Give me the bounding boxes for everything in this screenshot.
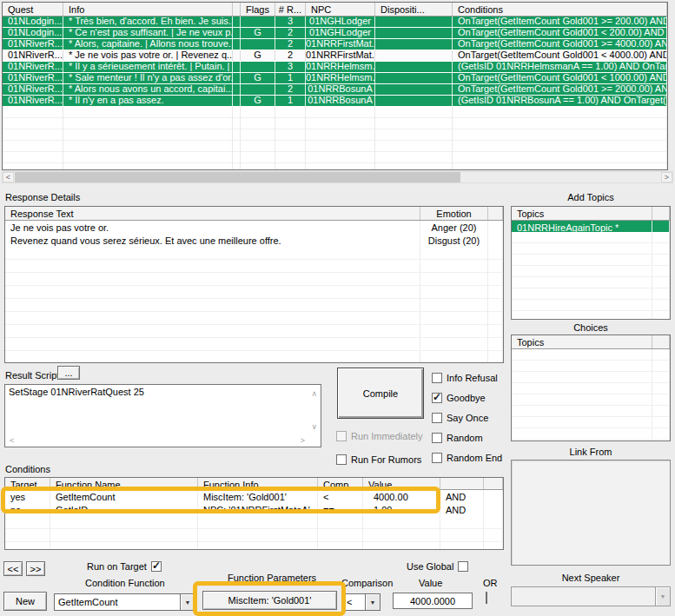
flag-checkbox-row[interactable]: Run Immediately	[336, 430, 423, 441]
info-table-row[interactable]: 01NLodgin... * Très bien, d'accord. Eh b…	[3, 17, 667, 28]
next-speaker-label: Next Speaker	[511, 573, 671, 583]
topic-row[interactable]: 01NRRHireAgainTopic *	[512, 221, 670, 232]
checkbox-icon	[432, 373, 442, 383]
col-header-function-info[interactable]: Function Info	[198, 478, 318, 489]
col-header-conditions[interactable]: Conditions	[453, 3, 667, 16]
cell-flags: G	[241, 28, 275, 38]
cell-comparison: ==	[318, 503, 363, 516]
col-header-andor[interactable]	[440, 478, 484, 489]
scroll-right-icon[interactable]: >	[661, 172, 672, 182]
cell-responses: 3	[275, 62, 306, 72]
flag-checkbox-row[interactable]: Random	[432, 432, 502, 443]
flag-label: Run For Rumors	[351, 454, 421, 465]
cell-quest: 01NLodgin...	[3, 28, 63, 38]
col-header-info[interactable]: Info	[63, 3, 233, 16]
response-table-empty-area	[5, 247, 503, 362]
condition-row[interactable]: no GetIsID NPC: '01NRRFirstMateA' == 1.0…	[5, 503, 503, 516]
scroll-down-icon[interactable]: ∨	[311, 423, 317, 431]
cell-topic: 01NRRHireAgainTopic *	[512, 221, 652, 232]
choices-list[interactable]: Topics	[511, 334, 671, 441]
condition-function-dropdown[interactable]: GetItemCount ▼	[54, 593, 195, 611]
next-speaker-dropdown[interactable]: ▼	[511, 586, 671, 606]
col-header-blank[interactable]	[233, 3, 241, 16]
run-on-target-checkbox[interactable]: Run on Target	[87, 560, 162, 573]
col-header-responses[interactable]: # R...	[275, 3, 306, 16]
flag-checkbox-row[interactable]: Info Refusal	[432, 372, 502, 383]
info-table-row[interactable]: 01NRiverR... * Alors nous avons un accor…	[3, 84, 667, 96]
checkbox-icon	[432, 453, 442, 463]
scroll-left-icon[interactable]: <	[10, 437, 14, 445]
info-table-row[interactable]: 01NRiverR... * Alors, capitaine. | Allon…	[3, 39, 667, 50]
info-table-row[interactable]: 01NRiverR... * Il y a sérieusement intér…	[3, 62, 667, 73]
chevron-down-icon[interactable]: ▼	[365, 594, 380, 610]
result-script-browse-button[interactable]: ...	[57, 366, 80, 380]
cell-responses: 2	[275, 84, 306, 95]
col-header-response-text[interactable]: Response Text	[5, 207, 420, 220]
response-row[interactable]: Revenez quand vous serez sérieux. Et ave…	[5, 234, 503, 247]
chevron-down-icon[interactable]: ▼	[180, 594, 195, 610]
col-header-topics[interactable]: Topics	[512, 335, 652, 348]
response-table[interactable]: Response Text Emotion Je ne vois pas vot…	[4, 206, 504, 363]
cell-info: * Très bien, d'accord. Eh bien. Je suis.…	[63, 17, 233, 27]
col-header-comparison[interactable]: Comp...	[318, 478, 363, 489]
value-input[interactable]	[393, 593, 473, 609]
condition-row[interactable]: yes GetItemCount MiscItem: 'Gold001' < 4…	[5, 490, 503, 503]
info-table[interactable]: Quest Info Flags # R... NPC Dispositi...…	[2, 2, 668, 170]
scroll-right-icon[interactable]: >	[301, 437, 305, 445]
cell-blank	[233, 96, 241, 106]
link-from-box[interactable]	[511, 460, 671, 566]
cell-conditions: OnTarget(GetItemCount Gold001 < 200.00) …	[453, 28, 667, 38]
cell-disposition	[375, 28, 453, 38]
compile-button[interactable]: Compile	[337, 368, 424, 419]
use-global-label: Use Global	[407, 561, 453, 572]
col-header-target[interactable]: Target	[5, 478, 50, 489]
conditions-table[interactable]: Target Function Name Function Info Comp.…	[4, 477, 504, 550]
col-header-blank[interactable]	[488, 207, 503, 220]
col-header-npc[interactable]: NPC	[306, 3, 375, 16]
cell-value: 4000.00	[363, 490, 440, 503]
col-header-emotion[interactable]: Emotion	[420, 207, 488, 220]
hscroll-track[interactable]	[14, 172, 661, 182]
flag-label: Say Once	[447, 413, 488, 423]
or-checkbox[interactable]	[486, 592, 487, 604]
cell-responses: 2	[275, 39, 306, 50]
col-header-disposition[interactable]: Dispositi...	[375, 3, 453, 16]
col-header-value[interactable]: Value	[363, 478, 440, 489]
cell-npc: 01NRRBosunA	[306, 84, 375, 95]
use-global-checkbox[interactable]: Use Global	[407, 560, 468, 573]
cell-function-info: MiscItem: 'Gold001'	[198, 490, 318, 503]
flag-checkbox-row[interactable]: Run For Rumors	[336, 454, 423, 465]
function-parameters-button[interactable]: MiscItem: 'Gold001'	[202, 591, 337, 610]
flag-checkbox-row[interactable]: Goodbye	[432, 392, 502, 403]
choices-label: Choices	[511, 322, 671, 333]
flag-checkbox-row[interactable]: Say Once	[432, 412, 502, 423]
col-header-function-name[interactable]: Function Name	[50, 478, 198, 489]
add-topics-list[interactable]: Topics 01NRRHireAgainTopic *	[511, 206, 671, 320]
condition-prev-button[interactable]: <<	[3, 561, 23, 576]
comparison-dropdown[interactable]: < ▼	[342, 593, 381, 611]
col-header-quest[interactable]: Quest	[3, 3, 63, 16]
add-topics-empty-area	[512, 232, 670, 319]
info-table-row[interactable]: 01NRiverR... * Je ne vois pas votre or. …	[3, 50, 667, 62]
col-header-flags[interactable]: Flags	[241, 3, 275, 16]
cell-responses: 2	[275, 50, 306, 61]
scroll-left-icon[interactable]: <	[3, 172, 14, 182]
info-table-row[interactable]: 01NLodgin... * Ce n'est pas suffisant. |…	[3, 28, 667, 39]
cell-flags: G	[241, 96, 275, 106]
info-table-row[interactable]: 01NRiverR... * Il n'y en a pas assez. G …	[3, 96, 667, 107]
hscroll-thumb[interactable]	[15, 172, 460, 182]
response-row[interactable]: Je ne vois pas votre or. Anger (20)	[5, 221, 503, 234]
condition-next-button[interactable]: >>	[26, 561, 45, 576]
chevron-down-icon: ▼	[655, 587, 670, 606]
cell-npc: 01NRRHelmsm...	[306, 62, 375, 72]
scroll-up-icon[interactable]: ∧	[311, 390, 317, 398]
flag-label: Random	[447, 433, 483, 443]
flag-checkbox-row[interactable]: Random End	[432, 452, 502, 463]
cell-info: * Je ne vois pas votre or. | Revenez q..…	[63, 50, 233, 61]
info-table-hscrollbar[interactable]: < >	[2, 171, 673, 183]
col-header-topics[interactable]: Topics	[512, 207, 652, 220]
new-condition-button[interactable]: New	[3, 592, 47, 611]
cell-flags	[241, 84, 275, 95]
info-table-row[interactable]: 01NRiverR... * Sale menteur ! Il n'y a p…	[3, 73, 667, 84]
result-script-textarea[interactable]: SetStage 01NRiverRatQuest 25 ∧ ∨ < >	[4, 384, 321, 447]
